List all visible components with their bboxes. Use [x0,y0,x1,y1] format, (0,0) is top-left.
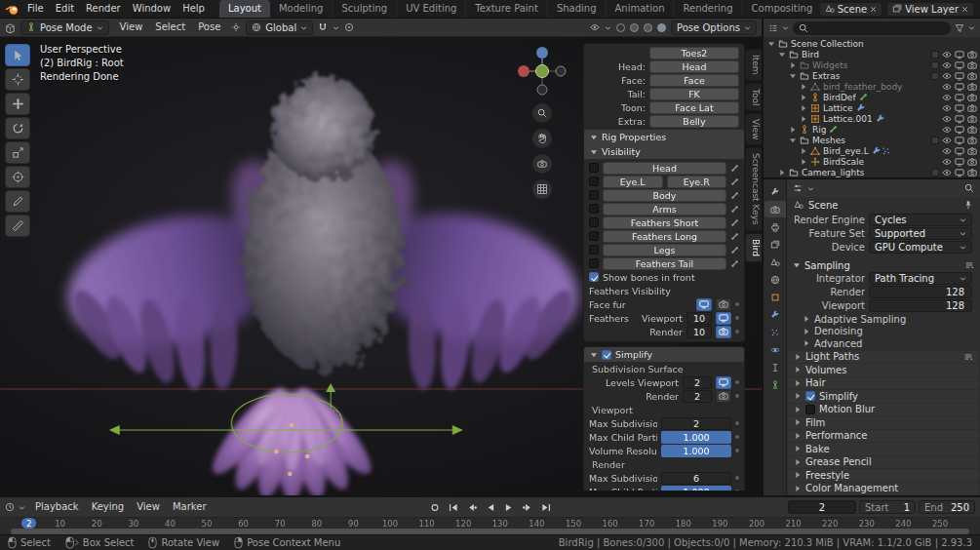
section-simplify[interactable]: Simplify [788,390,979,403]
tool-select-box[interactable] [5,44,30,66]
eye-toggle-icon[interactable] [942,82,952,92]
eye-toggle-icon[interactable] [942,125,952,135]
search-icon[interactable] [964,183,974,193]
eye-toggle-icon[interactable] [942,114,952,124]
dropdown-feature-set[interactable]: Supported [869,227,972,240]
monitor-toggle-icon[interactable] [955,71,964,81]
outliner-row-widgets[interactable]: Widgets [764,59,980,70]
outliner-row-scene-collection[interactable]: Scene Collection [764,38,980,49]
eye-toggle-icon[interactable] [942,157,952,167]
sidebar-tab-view[interactable]: View [745,113,762,145]
properties-tab-object-data[interactable] [764,376,786,393]
zoom-icon[interactable] [532,103,552,123]
decorator-dot[interactable] [735,435,739,439]
workspace-tab-texture-paint[interactable]: Texture Paint [466,0,548,18]
section-film[interactable]: Film [788,416,979,429]
snap-options-chevron-icon[interactable] [333,24,339,31]
section-volumes[interactable]: Volumes [788,364,979,376]
section-checkbox-simplify[interactable] [805,391,815,401]
visibility-button-feathers-short[interactable]: Feathers Short [603,216,726,229]
eye-toggle-icon[interactable] [942,71,952,81]
eye-toggle-icon[interactable] [942,146,952,156]
start-frame-field[interactable]: Start 1 [859,500,916,514]
rig-button-belly[interactable]: Belly [649,115,739,128]
tool-cursor-3d[interactable] [5,68,30,91]
view-layer-selector[interactable]: View Layer [886,2,974,17]
outliner-row-lattice-001[interactable]: Lattice.001 [764,113,980,124]
decorator-dot[interactable] [735,421,739,425]
snap-magnet-icon[interactable] [318,22,328,32]
workspace-tab-compositing[interactable]: Compositing [743,0,813,18]
rig-button-face[interactable]: Face [649,74,739,87]
shading-wireframe-icon[interactable] [616,23,625,32]
camera-toggle-icon[interactable] [967,157,977,167]
disclosure-open-icon[interactable] [789,137,797,144]
visibility-button-arms[interactable]: Arms [603,203,726,216]
workspace-tab-layout[interactable]: Layout [219,0,270,18]
decorator-dot[interactable] [735,330,739,334]
properties-tab-output[interactable] [764,218,786,235]
camera-toggle-icon[interactable] [967,168,977,177]
next-keyframe-button[interactable] [519,500,535,514]
dropdown-render-engine[interactable]: Cycles [869,214,972,226]
feathers-render-toggle[interactable] [716,326,731,338]
viewport-menu-view[interactable]: View [114,19,149,36]
jump-to-start-button[interactable] [445,500,461,514]
outliner-row-lattice[interactable]: Lattice [764,102,980,113]
disclosure-closed-icon[interactable] [800,104,807,112]
outliner-row-bird-eye-l[interactable]: Bird_eye.L [764,145,980,156]
current-frame-field[interactable]: 2 [788,500,856,514]
disclosure-closed-icon[interactable] [789,61,797,69]
end-frame-field[interactable]: End 250 [919,500,975,514]
workspace-tab-rendering[interactable]: Rendering [674,0,742,18]
feathers-viewport-field[interactable]: 10 [686,312,712,325]
section-bake[interactable]: Bake [788,443,979,455]
number-field[interactable]: 2 [661,417,731,430]
disclosure-open-icon[interactable] [767,40,775,48]
sidebar-tab-bird[interactable]: Bird [745,233,762,262]
feathers-viewport-toggle[interactable] [716,312,731,325]
levels-viewport-toggle[interactable] [716,376,731,389]
jump-to-end-button[interactable] [537,500,554,514]
play-reverse-button[interactable] [482,500,498,514]
rig-button-toes2[interactable]: Toes2 [649,47,739,59]
visibility-button-legs[interactable]: Legs [603,244,726,256]
disclosure-closed-icon[interactable] [778,169,786,177]
chevron-down-icon[interactable] [968,24,975,31]
tool-rotate[interactable] [5,117,30,139]
camera-toggle-icon[interactable] [967,60,977,70]
previous-keyframe-button[interactable] [463,500,480,514]
disclosure-closed-icon[interactable] [800,158,807,166]
face-fur-viewport-toggle[interactable] [696,298,712,311]
sidebar-tab-tool[interactable]: Tool [745,83,762,111]
proportional-editing-icon[interactable] [344,22,354,32]
eye-toggle-icon[interactable] [942,136,952,145]
rig-button-head[interactable]: Head [649,60,739,73]
outliner-row-birdscale[interactable]: BirdScale [764,156,980,167]
pin-icon[interactable] [963,200,973,210]
value-slider[interactable]: 1.000 [661,431,731,444]
camera-toggle-icon[interactable] [967,82,977,92]
pivot-point-icon[interactable] [231,22,241,32]
chevron-down-icon[interactable] [782,24,789,31]
properties-tab-tool[interactable] [764,183,786,200]
section-freestyle[interactable]: Freestyle [788,469,979,482]
play-button[interactable] [500,500,517,514]
properties-tab-modifiers[interactable] [764,306,786,323]
chevron-down-icon[interactable] [19,504,25,511]
value-slider[interactable]: 1.000 [661,445,731,457]
outliner-row-extras[interactable]: Extras [764,70,980,81]
properties-tab-view-layer[interactable] [764,236,786,253]
levels-render-toggle[interactable] [716,390,731,403]
visibility-button-head[interactable]: Head [603,162,726,175]
perspective-toggle-icon[interactable] [532,179,552,199]
transform-orientation[interactable]: Global [246,20,313,35]
visibility-gizmo-icon[interactable] [590,22,600,32]
scene-selector[interactable]: Scene [819,2,883,17]
properties-tab-physics[interactable] [764,341,786,358]
shading-material-icon[interactable] [644,23,652,32]
decorator-dot[interactable] [735,394,739,398]
monitor-toggle-icon[interactable] [955,136,964,145]
monitor-toggle-icon[interactable] [955,146,964,156]
timeline-menu-playback[interactable]: Playback [29,498,85,516]
